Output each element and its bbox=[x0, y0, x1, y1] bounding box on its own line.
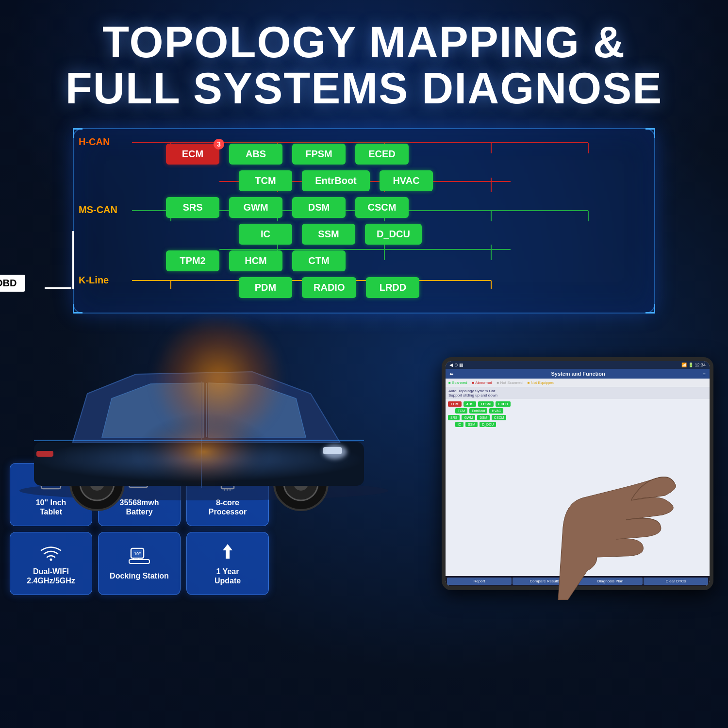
svg-text:10": 10" bbox=[134, 551, 141, 556]
ic-node: IC bbox=[239, 224, 292, 245]
obd-vertical-line bbox=[72, 231, 74, 289]
ctm-node: CTM bbox=[292, 250, 346, 271]
gwm-node: GWM bbox=[229, 197, 282, 218]
corner-decoration bbox=[645, 304, 655, 314]
ecm-node: ECM 3 bbox=[166, 144, 219, 165]
docking-icon: 10" bbox=[127, 546, 151, 568]
bottom-section: ◀ ⊙ ▦ 📶 🔋 12:34 ⬅ System and Function ≡ … bbox=[0, 318, 728, 600]
main-content: TOPOLOGY MAPPING & FULL SYSTEMS DIAGNOSE… bbox=[0, 0, 728, 728]
svg-rect-76 bbox=[129, 560, 149, 563]
report-button[interactable]: Report bbox=[447, 578, 512, 585]
update-label: 1 Year Update bbox=[215, 567, 241, 585]
docking-label: Docking Station bbox=[110, 571, 169, 580]
cscm-node: CSCM bbox=[355, 197, 409, 218]
wifi-label: Dual-WIFI 2.4GHz/5GHz bbox=[27, 567, 75, 585]
eced-node: ECED bbox=[355, 144, 409, 165]
hand-area bbox=[534, 430, 728, 600]
corner-decoration bbox=[645, 128, 655, 138]
fpsm-node: FPSM bbox=[292, 144, 346, 165]
update-icon bbox=[215, 542, 240, 564]
car-area bbox=[0, 284, 437, 527]
srs-node: SRS bbox=[166, 197, 219, 218]
hcm-node: HCM bbox=[229, 250, 282, 271]
ecm-badge: 3 bbox=[214, 139, 224, 149]
page-title: TOPOLOGY MAPPING & FULL SYSTEMS DIAGNOSE bbox=[10, 19, 718, 111]
svg-rect-48 bbox=[323, 447, 342, 454]
svg-point-72 bbox=[50, 558, 52, 561]
tablet-status-bar: ◀ ⊙ ▦ 📶 🔋 12:34 bbox=[446, 361, 710, 369]
tpm2-node: TPM2 bbox=[166, 250, 219, 271]
tablet-area: ◀ ⊙ ▦ 📶 🔋 12:34 ⬅ System and Function ≡ … bbox=[413, 328, 728, 600]
ddcu-node: D_DCU bbox=[365, 224, 422, 245]
engine-glow bbox=[146, 318, 291, 440]
ssm-node: SSM bbox=[302, 224, 355, 245]
feature-update: 1 Year Update bbox=[186, 532, 269, 595]
tablet-legend: ■ Scanned ■ Abnormal ■ Not Scanned ■ Not… bbox=[446, 379, 710, 387]
svg-marker-79 bbox=[223, 544, 232, 559]
svg-rect-52 bbox=[34, 440, 364, 441]
wifi-icon bbox=[39, 542, 63, 564]
hvac-node: HVAC bbox=[380, 170, 433, 191]
title-section: TOPOLOGY MAPPING & FULL SYSTEMS DIAGNOSE bbox=[0, 0, 728, 121]
entrboot-node: EntrBoot bbox=[302, 170, 370, 191]
tcm-node: TCM bbox=[239, 170, 292, 191]
tablet-subtitle: Autel Topology System Car Support slidin… bbox=[446, 387, 710, 399]
hand-svg bbox=[534, 430, 728, 600]
dsm-node: DSM bbox=[292, 197, 346, 218]
svg-rect-49 bbox=[36, 451, 53, 457]
feature-docking: 10" Docking Station bbox=[98, 532, 181, 595]
tablet-nav-bar: ⬅ System and Function ≡ bbox=[446, 369, 710, 379]
nodes-layer: ECM 3 ABS FPSM ECED TCM EntrBoot HVAC SR… bbox=[103, 144, 635, 298]
feature-wifi: Dual-WIFI 2.4GHz/5GHz bbox=[10, 532, 92, 595]
abs-node: ABS bbox=[229, 144, 282, 165]
